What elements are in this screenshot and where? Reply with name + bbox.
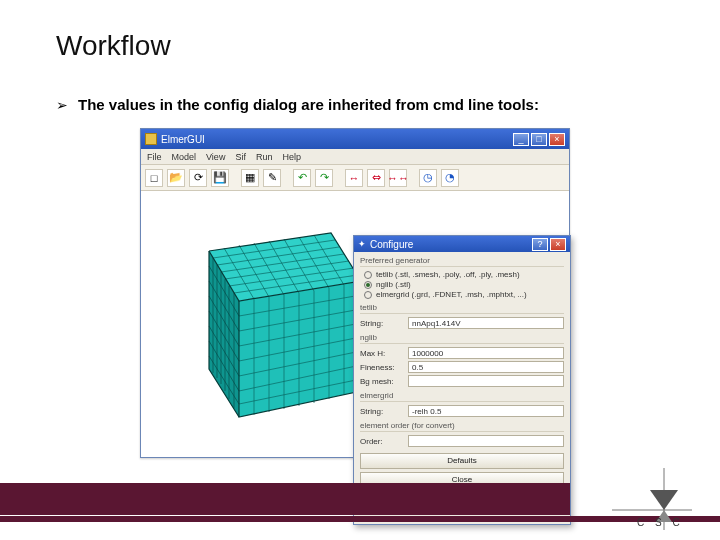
open-icon[interactable]: 📂 [167,169,185,187]
ng-bgmesh-input[interactable] [408,375,564,387]
bullet-text: The values in the config dialog are inhe… [78,96,539,113]
shrink-icon[interactable]: ⇔ [367,169,385,187]
help-icon[interactable]: ◔ [441,169,459,187]
info-icon[interactable]: ◷ [419,169,437,187]
app-window: ElmerGUI _ □ × File Model View Sif Run H… [140,128,570,458]
mesh-cube [161,221,371,421]
radio-icon [364,281,372,289]
cfg-body: Preferred generator tetlib (.stl, .smesh… [354,252,570,495]
menubar: File Model View Sif Run Help [141,149,569,165]
bullet-row: ➢ The values in the config dialog are in… [56,96,539,114]
radio-tetlib-label: tetlib (.stl, .smesh, .poly, .off, .ply,… [376,270,520,279]
radio-tetlib[interactable]: tetlib (.stl, .smesh, .poly, .off, .ply,… [364,270,564,279]
group-convert: element order (for convert) Order: [360,421,564,447]
radio-elmergrid-label: elmergrid (.grd, .FDNET, .msh, .mphtxt, … [376,290,527,299]
tet-string-input[interactable]: nnApq1.414V [408,317,564,329]
menu-run[interactable]: Run [256,152,273,162]
svg-marker-45 [650,490,678,510]
menu-model[interactable]: Model [172,152,197,162]
radio-icon [364,271,372,279]
app-titlebar: ElmerGUI _ □ × [141,129,569,149]
app-title: ElmerGUI [161,134,205,145]
group-tetlib-title: tetlib [360,303,564,314]
app-icon [145,133,157,145]
defaults-button[interactable]: Defaults [360,453,564,469]
eg-string-label: String: [360,407,404,416]
reload-icon[interactable]: ⟳ [189,169,207,187]
group-elmergrid-title: elmergrid [360,391,564,402]
edit-icon[interactable]: ✎ [263,169,281,187]
viewport-3d[interactable]: ✦ Configure ? × Preferred generator tetl… [141,191,569,457]
csc-logo: C S C [612,468,692,530]
menu-file[interactable]: File [147,152,162,162]
configure-dialog: ✦ Configure ? × Preferred generator tetl… [353,235,571,525]
wand-icon: ✦ [358,239,366,249]
cfg-close-button[interactable]: × [550,238,566,251]
order-label: Order: [360,437,404,446]
cfg-titlebar: ✦ Configure ? × [354,236,570,252]
radio-elmergrid[interactable]: elmergrid (.grd, .FDNET, .msh, .mphtxt, … [364,290,564,299]
ng-fineness-label: Fineness: [360,363,404,372]
undo-icon[interactable]: ↶ [293,169,311,187]
new-icon[interactable]: □ [145,169,163,187]
bullet-arrow-icon: ➢ [56,96,68,114]
group-generator: Preferred generator tetlib (.stl, .smesh… [360,256,564,299]
logo-text: C S C [637,517,684,528]
order-input[interactable] [408,435,564,447]
menu-sif[interactable]: Sif [235,152,246,162]
group-generator-title: Preferred generator [360,256,564,267]
cfg-help-button[interactable]: ? [532,238,548,251]
radio-icon [364,291,372,299]
group-convert-title: element order (for convert) [360,421,564,432]
mesh-icon[interactable]: ▦ [241,169,259,187]
ng-bgmesh-label: Bg mesh: [360,377,404,386]
footer-bar [0,483,570,515]
tet-string-label: String: [360,319,404,328]
group-elmergrid: elmergrid String: -relh 0.5 [360,391,564,417]
redo-icon[interactable]: ↷ [315,169,333,187]
cfg-title: Configure [370,239,413,250]
eg-string-input[interactable]: -relh 0.5 [408,405,564,417]
ng-maxh-input[interactable]: 1000000 [408,347,564,359]
menu-view[interactable]: View [206,152,225,162]
group-nglib: nglib Max H: 1000000 Fineness: 0.5 Bg me… [360,333,564,387]
slide-title: Workflow [56,30,171,62]
maximize-button[interactable]: □ [531,133,547,146]
group-nglib-title: nglib [360,333,564,344]
radio-nglib[interactable]: nglib (.stl) [364,280,564,289]
menu-help[interactable]: Help [282,152,301,162]
expand-icon[interactable]: ↔↔ [389,169,407,187]
save-icon[interactable]: 💾 [211,169,229,187]
ng-fineness-input[interactable]: 0.5 [408,361,564,373]
ng-maxh-label: Max H: [360,349,404,358]
close-button[interactable]: × [549,133,565,146]
toolbar: □ 📂 ⟳ 💾 ▦ ✎ ↶ ↷ ↔ ⇔ ↔↔ ◷ ◔ [141,165,569,191]
minimize-button[interactable]: _ [513,133,529,146]
radio-nglib-label: nglib (.stl) [376,280,411,289]
group-tetlib: tetlib String: nnApq1.414V [360,303,564,329]
width-icon[interactable]: ↔ [345,169,363,187]
